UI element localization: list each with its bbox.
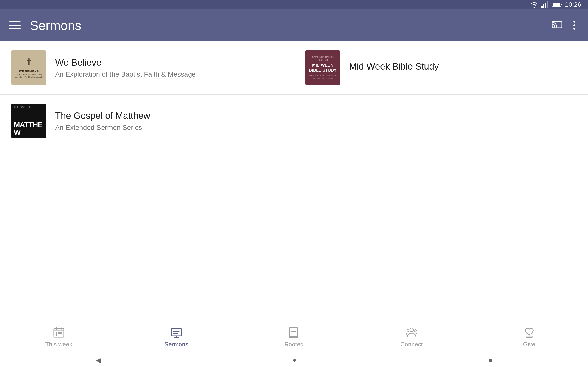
- svg-rect-5: [561, 4, 562, 5]
- give-icon: [523, 327, 535, 339]
- svg-rect-3: [547, 1, 548, 8]
- svg-rect-6: [553, 3, 560, 6]
- svg-rect-2: [545, 3, 546, 8]
- svg-point-8: [573, 21, 575, 23]
- nav-item-give[interactable]: Give: [470, 327, 588, 348]
- system-nav: ◀ ● ■: [0, 353, 588, 367]
- nav-label-this-week: This week: [45, 341, 72, 348]
- bottom-nav: This week Sermons Rooted: [0, 321, 588, 353]
- svg-point-28: [410, 328, 414, 332]
- svg-rect-16: [58, 332, 60, 334]
- thumbnail-matthew: THE GOSPEL OF MATTHEW: [11, 104, 46, 138]
- battery-icon: [552, 2, 562, 7]
- thumbnail-sub-midweek: Come, grow in the Word with us: [308, 74, 337, 77]
- series-grid: ✝ WE BELIEVE AN EXPLORATION OF THEBAPTIS…: [0, 41, 588, 94]
- nav-item-connect[interactable]: Connect: [353, 327, 470, 348]
- svg-rect-0: [541, 6, 543, 8]
- series-title-matthew: The Gospel of Matthew: [55, 110, 282, 121]
- recents-button[interactable]: ■: [488, 357, 492, 364]
- series-subtitle-we-believe: An Exploration of the Baptist Faith & Me…: [55, 70, 282, 78]
- series-subtitle-matthew: An Extended Sermon Series: [55, 124, 282, 131]
- svg-point-29: [407, 330, 409, 332]
- thumbnail-top-label-matthew: THE GOSPEL OF: [14, 106, 35, 108]
- svg-point-30: [414, 330, 416, 332]
- app-title: Sermons: [30, 18, 551, 33]
- second-row: THE GOSPEL OF MATTHEW The Gospel of Matt…: [0, 94, 588, 147]
- nav-label-rooted: Rooted: [284, 341, 304, 348]
- svg-rect-19: [171, 328, 182, 336]
- menu-button[interactable]: [9, 21, 21, 29]
- nav-item-rooted[interactable]: Rooted: [235, 327, 353, 348]
- svg-rect-1: [543, 4, 544, 8]
- book-icon: [288, 327, 300, 339]
- status-bar: 10:26: [0, 0, 588, 9]
- cross-symbol: ✝: [25, 57, 32, 67]
- svg-rect-17: [60, 332, 62, 334]
- svg-point-10: [573, 28, 575, 30]
- nav-label-sermons: Sermons: [164, 341, 188, 348]
- signal-icon: [541, 1, 549, 8]
- thumbnail-subtitle-we-believe: AN EXPLORATION OF THEBAPTIST FAITH & MES…: [15, 73, 43, 78]
- nav-label-connect: Connect: [401, 341, 423, 348]
- people-icon: [406, 327, 418, 339]
- svg-rect-18: [56, 334, 57, 336]
- wifi-icon: [530, 1, 538, 8]
- thumbnail-we-believe: ✝ WE BELIEVE AN EXPLORATION OF THEBAPTIS…: [11, 50, 46, 85]
- series-item-we-believe[interactable]: ✝ WE BELIEVE AN EXPLORATION OF THEBAPTIS…: [0, 41, 294, 94]
- series-title-midweek: Mid Week Bible Study: [349, 61, 577, 72]
- series-item-matthew[interactable]: THE GOSPEL OF MATTHEW The Gospel of Matt…: [0, 94, 294, 147]
- series-info-we-believe: We Believe An Exploration of the Baptist…: [55, 57, 282, 78]
- svg-rect-15: [56, 332, 57, 334]
- status-time: 10:26: [565, 1, 581, 8]
- series-title-we-believe: We Believe: [55, 57, 282, 68]
- thumbnail-matthew-text: MATTHEW: [14, 121, 43, 136]
- status-icons: 10:26: [530, 1, 581, 8]
- thumbnail-main-midweek: MID WEEKBIBLE STUDY: [309, 63, 337, 73]
- thumbnail-date-midweek: WEDNESDAY • 7:00 PM: [313, 78, 333, 80]
- svg-rect-24: [289, 327, 298, 338]
- home-button[interactable]: ●: [293, 357, 296, 364]
- series-info-matthew: The Gospel of Matthew An Extended Sermon…: [55, 110, 282, 131]
- cast-icon[interactable]: [551, 19, 563, 31]
- nav-item-this-week[interactable]: This week: [0, 327, 118, 348]
- nav-label-give: Give: [523, 341, 535, 348]
- thumbnail-title-we-believe: WE BELIEVE: [19, 69, 39, 73]
- app-bar-actions: [551, 19, 579, 31]
- more-icon[interactable]: [570, 19, 579, 31]
- app-bar: Sermons: [0, 9, 588, 41]
- calendar-icon: [53, 327, 65, 339]
- series-item-midweek[interactable]: COMMUNITY BAPTIST CHURCH MID WEEKBIBLE S…: [294, 41, 588, 94]
- thumbnail-midweek: COMMUNITY BAPTIST CHURCH MID WEEKBIBLE S…: [305, 50, 340, 85]
- thumbnail-header-midweek: COMMUNITY BAPTIST CHURCH: [308, 56, 338, 61]
- back-button[interactable]: ◀: [96, 357, 101, 364]
- series-info-midweek: Mid Week Bible Study: [349, 61, 577, 74]
- svg-point-9: [573, 24, 575, 26]
- nav-item-sermons[interactable]: Sermons: [118, 327, 235, 348]
- main-content: ✝ WE BELIEVE AN EXPLORATION OF THEBAPTIS…: [0, 41, 588, 321]
- sermon-icon: [170, 327, 182, 339]
